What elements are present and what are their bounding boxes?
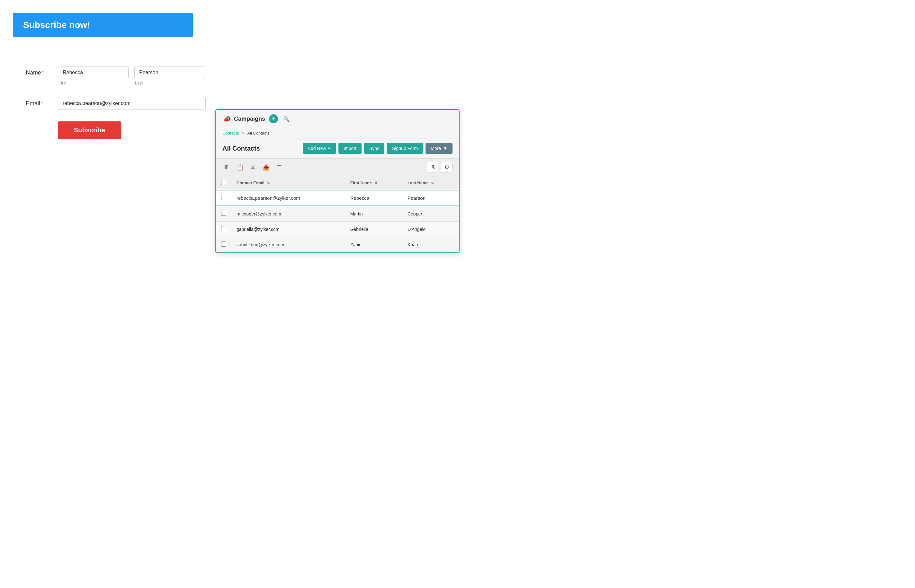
col-header-last: Last Name ⇅ xyxy=(402,176,459,190)
toolbar-left: 🗑 📋 ✉ 📤 ☰ xyxy=(222,163,283,172)
search-button[interactable]: 🔍 xyxy=(282,115,291,123)
delete-icon[interactable]: 🗑 xyxy=(222,163,231,172)
row-first: Gabriella xyxy=(345,221,402,237)
first-sort-icon[interactable]: ⇅ xyxy=(374,181,377,185)
last-sort-icon[interactable]: ⇅ xyxy=(431,181,434,185)
row-checkbox[interactable] xyxy=(221,241,226,247)
name-inputs-container: First Last xyxy=(58,66,205,86)
copy-icon[interactable]: 📋 xyxy=(235,163,245,172)
add-new-chevron: ▼ xyxy=(327,147,331,150)
name-required: * xyxy=(42,69,44,76)
email-field-group: Email* xyxy=(26,97,889,110)
row-checkbox-cell xyxy=(216,190,232,206)
row-email: gabriella@zylker.com xyxy=(232,221,345,237)
col-header-first: First Name ⇅ xyxy=(345,176,402,190)
last-name-sublabel: Last xyxy=(134,81,205,86)
sync-button[interactable]: Sync xyxy=(364,143,384,154)
more-chevron: ▼ xyxy=(443,146,447,151)
breadcrumb-contacts-link[interactable]: Contacts xyxy=(222,131,239,136)
row-checkbox[interactable] xyxy=(221,195,226,200)
subscribe-header: Subscribe now! xyxy=(13,13,193,37)
subscribe-button[interactable]: Subscribe xyxy=(58,121,121,139)
list-icon[interactable]: ☰ xyxy=(275,163,283,172)
toolbar-row: 🗑 📋 ✉ 📤 ☰ ⚗ ⚙ xyxy=(216,158,459,176)
more-button[interactable]: More ▼ xyxy=(426,143,452,154)
row-email: zahid.khan@zylker.com xyxy=(232,237,345,252)
last-name-group: Last xyxy=(134,66,205,86)
import-button[interactable]: Import xyxy=(338,143,361,154)
table-row: rebecca.pearson@zylker.com Rebecca Pears… xyxy=(216,190,459,206)
table-row: gabriella@zylker.com Gabriella D'Angelo xyxy=(216,221,459,237)
toolbar-right: ⚗ ⚙ xyxy=(427,162,452,173)
table-row: m.cooper@zylker.com Martin Cooper xyxy=(216,206,459,221)
campaigns-header-bar: 📣 Campaigns + 🔍 xyxy=(216,110,459,128)
filter-button[interactable]: ⚗ xyxy=(427,162,438,173)
name-label: Name* xyxy=(26,66,58,76)
first-name-input[interactable] xyxy=(58,66,128,79)
table-header-row: Contact Email ⇅ First Name ⇅ Last Name ⇅ xyxy=(216,176,459,190)
breadcrumb-separator: > xyxy=(242,131,245,136)
row-checkbox[interactable] xyxy=(221,211,226,216)
all-contacts-title: All Contacts xyxy=(222,145,260,152)
last-name-input[interactable] xyxy=(134,66,205,79)
col-header-email: Contact Email ⇅ xyxy=(232,176,345,190)
first-name-sublabel: First xyxy=(58,81,128,86)
row-first: Zahid xyxy=(345,237,402,252)
row-email: m.cooper@zylker.com xyxy=(232,206,345,221)
email-input-group xyxy=(58,97,206,110)
name-field-group: Name* First Last xyxy=(26,66,889,86)
email-label: Email* xyxy=(26,97,58,107)
select-all-checkbox[interactable] xyxy=(221,180,226,185)
export-icon[interactable]: 📤 xyxy=(261,163,271,172)
row-checkbox-cell xyxy=(216,237,232,252)
campaigns-logo: 📣 Campaigns xyxy=(222,114,265,123)
first-name-group: First xyxy=(58,66,128,86)
select-all-header xyxy=(216,176,232,190)
email-icon[interactable]: ✉ xyxy=(249,163,257,172)
campaigns-panel: 📣 Campaigns + 🔍 Contacts > All Contacts … xyxy=(112,116,460,253)
table-row: zahid.khan@zylker.com Zahid Khan xyxy=(216,237,459,252)
row-email: rebecca.pearson@zylker.com xyxy=(232,190,345,206)
row-first: Rebecca xyxy=(345,190,402,206)
breadcrumb: Contacts > All Contacts xyxy=(216,128,459,139)
row-checkbox-cell xyxy=(216,221,232,237)
add-new-button[interactable]: Add New ▼ xyxy=(303,143,336,154)
signup-form-button[interactable]: Signup Form xyxy=(387,143,423,154)
row-last: Pearson xyxy=(402,190,459,206)
action-buttons-group: Add New ▼ Import Sync Signup Form More ▼ xyxy=(303,143,452,154)
megaphone-icon: 📣 xyxy=(222,114,232,123)
row-last: D'Angelo xyxy=(402,221,459,237)
row-first: Martin xyxy=(345,206,402,221)
row-checkbox-cell xyxy=(216,206,232,221)
breadcrumb-current: All Contacts xyxy=(247,131,269,136)
email-input[interactable] xyxy=(58,97,206,110)
columns-button[interactable]: ⚙ xyxy=(441,162,452,173)
email-required: * xyxy=(41,100,43,107)
row-last: Khan xyxy=(402,237,459,252)
row-last: Cooper xyxy=(402,206,459,221)
add-circle-button[interactable]: + xyxy=(269,114,278,123)
contacts-table: Contact Email ⇅ First Name ⇅ Last Name ⇅ xyxy=(216,176,459,252)
email-sort-icon[interactable]: ⇅ xyxy=(267,181,270,185)
all-contacts-bar: All Contacts Add New ▼ Import Sync Signu… xyxy=(216,139,459,158)
campaigns-title: Campaigns xyxy=(234,116,265,122)
row-checkbox[interactable] xyxy=(221,226,226,231)
